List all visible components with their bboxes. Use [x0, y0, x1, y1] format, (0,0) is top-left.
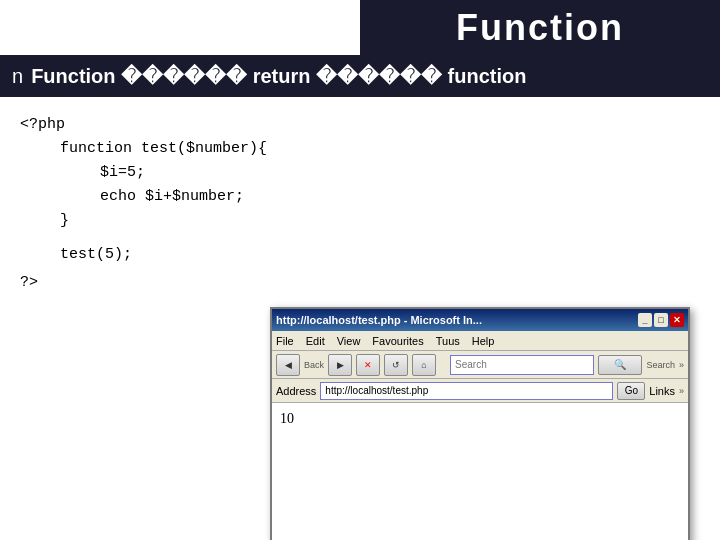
menu-tools[interactable]: Tuus [436, 335, 460, 347]
back-button[interactable]: ◀ [276, 354, 300, 376]
search-input[interactable] [450, 355, 594, 375]
search-icon: 🔍 [614, 359, 626, 370]
menu-edit[interactable]: Edit [306, 335, 325, 347]
links-arrow-icon: » [679, 386, 684, 396]
close-button[interactable]: ✕ [670, 313, 684, 327]
browser-titlebar: http://localhost/test.php - Microsoft In… [272, 309, 688, 331]
bullet-point: n [12, 65, 23, 88]
toolbar-arrows: » [679, 360, 684, 370]
minimize-button[interactable]: _ [638, 313, 652, 327]
browser-window-controls: _ □ ✕ [638, 313, 684, 327]
address-label: Address [276, 385, 316, 397]
code-line-4: echo $i+$number; [100, 185, 700, 209]
menu-file[interactable]: File [276, 335, 294, 347]
search-label: Search [646, 360, 675, 370]
browser-menubar: File Edit View Favourites Tuus Help [272, 331, 688, 351]
menu-view[interactable]: View [337, 335, 361, 347]
code-line-5: } [60, 209, 700, 233]
forward-icon: ▶ [337, 360, 344, 370]
code-line-1: <?php [20, 113, 700, 137]
stop-button[interactable]: ✕ [356, 354, 380, 376]
back-label: Back [304, 360, 324, 370]
menu-help[interactable]: Help [472, 335, 495, 347]
main-content: <?php function test($number){ $i=5; echo… [0, 97, 720, 540]
code-line-2: function test($number){ [60, 137, 700, 161]
page-output: 10 [280, 411, 294, 426]
slide-header-block: Function [360, 0, 720, 55]
links-label: Links [649, 385, 675, 397]
address-input[interactable] [320, 382, 613, 400]
code-line-3: $i=5; [100, 161, 700, 185]
code-block: <?php function test($number){ $i=5; echo… [20, 113, 700, 295]
browser-title: http://localhost/test.php - Microsoft In… [276, 314, 482, 326]
browser-window: http://localhost/test.php - Microsoft In… [270, 307, 690, 540]
subtitle-bar: n Function ������ return ������ function [0, 55, 720, 97]
menu-favorites[interactable]: Favourites [372, 335, 423, 347]
subtitle-text: Function ������ return ������ function [31, 64, 526, 88]
home-button[interactable]: ⌂ [412, 354, 436, 376]
maximize-button[interactable]: □ [654, 313, 668, 327]
refresh-icon: ↺ [392, 360, 400, 370]
forward-button[interactable]: ▶ [328, 354, 352, 376]
code-line-6: test(5); [60, 243, 700, 267]
go-label: Go [625, 385, 638, 396]
browser-addressbar: Address Go Links » [272, 379, 688, 403]
stop-icon: ✕ [364, 360, 372, 370]
code-line-7: ?> [20, 271, 700, 295]
go-button[interactable]: Go [617, 382, 645, 400]
search-button[interactable]: 🔍 [598, 355, 642, 375]
slide-main-title: Function [456, 7, 624, 49]
browser-toolbar: ◀ Back ▶ ✕ ↺ ⌂ 🔍 Search » [272, 351, 688, 379]
refresh-button[interactable]: ↺ [384, 354, 408, 376]
home-icon: ⌂ [421, 360, 426, 370]
browser-content: 10 [272, 403, 688, 540]
back-icon: ◀ [285, 360, 292, 370]
